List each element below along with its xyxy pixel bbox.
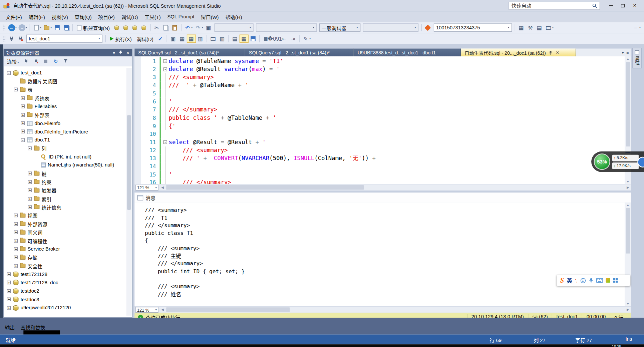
editor-zoom-combo[interactable]: 121 %▾ <box>135 185 158 190</box>
tree-item[interactable]: +testdoc3 <box>4 295 132 304</box>
debugger-combo[interactable]: 一般调试器▾ <box>319 23 360 32</box>
chevron-down-icon[interactable]: ▾ <box>113 50 115 55</box>
expand-toggle[interactable]: + <box>21 121 25 125</box>
window-layout-icon[interactable]: 🗔 <box>544 23 553 32</box>
number-combo[interactable]: 1001507313234375▾ <box>434 23 512 32</box>
toolbox-grid-icon[interactable] <box>613 278 618 283</box>
scroll-down-arrow[interactable]: ▼ <box>625 180 631 183</box>
close-icon[interactable]: ✕ <box>126 50 129 55</box>
code-line[interactable]: 13 /// ' + CONVERT(NVARCHAR(500), ISNULL… <box>141 154 625 162</box>
increase-indent-icon[interactable]: ⇥ <box>288 35 297 43</box>
tree-item[interactable]: +系统表 <box>4 94 132 102</box>
stop-icon[interactable] <box>42 58 49 64</box>
document-tab[interactable]: U9UBF8888.test_d...st_doc1 - dbo.t1 <box>354 49 461 56</box>
minimize-button[interactable] <box>605 1 617 10</box>
expand-toggle[interactable]: + <box>28 197 32 201</box>
menu-item[interactable]: 工具(T) <box>141 12 164 22</box>
expand-toggle[interactable]: + <box>7 289 11 293</box>
cut-icon[interactable]: ✂ <box>152 23 161 32</box>
decrease-indent-icon[interactable]: ⇤ <box>279 35 288 43</box>
close-button[interactable]: ✕ <box>629 1 641 10</box>
menu-item[interactable]: 编辑(E) <box>25 12 48 22</box>
tree-item[interactable]: +存储 <box>4 253 132 262</box>
expand-toggle[interactable]: - <box>28 146 32 150</box>
code-line[interactable]: 12 /// <summary> <box>141 146 625 154</box>
tree-item[interactable]: +u9erpwenlb201712120 <box>4 304 132 312</box>
template-parameters-icon[interactable]: ✎ <box>301 35 310 43</box>
code-line[interactable]: 16 /// </summary> <box>141 179 625 184</box>
navigate-forward-icon[interactable]: → <box>17 23 26 32</box>
expand-toggle[interactable]: + <box>28 180 32 184</box>
scroll-up-arrow[interactable]: ▲ <box>625 57 631 60</box>
scrollbar-thumb[interactable] <box>626 208 630 254</box>
tree-item[interactable]: +统计信息 <box>4 203 132 211</box>
fold-toggle[interactable]: - <box>164 67 167 71</box>
code-line[interactable]: 9{' <box>141 122 625 130</box>
disconnect-icon[interactable] <box>32 58 39 64</box>
new-query-button[interactable]: 新建查询(N) <box>74 23 112 32</box>
menu-item[interactable]: 查询(Q) <box>71 12 95 22</box>
toolbar-grip[interactable] <box>3 24 5 31</box>
expand-toggle[interactable]: - <box>14 88 18 91</box>
messages-vertical-scrollbar[interactable]: ▲ ▼ <box>625 203 631 306</box>
code-line[interactable]: 6' <box>141 98 625 106</box>
code-line[interactable]: 2-declare @Result varchar(max) = ' <box>141 65 625 73</box>
scroll-right-arrow[interactable]: ▶ <box>625 308 631 311</box>
toolbar-overflow-icon[interactable]: ≡ <box>631 23 640 32</box>
messages-zoom-combo[interactable]: 121 %▾ <box>135 307 158 312</box>
xmla-query-icon[interactable] <box>139 23 148 32</box>
tree-item[interactable]: +触发器 <box>4 186 132 195</box>
tree-item[interactable]: +test1721128_doc <box>4 279 132 287</box>
menu-item[interactable]: 调试(D) <box>118 12 141 22</box>
filter-icon[interactable] <box>62 58 69 64</box>
toolbar-combo-empty-2[interactable]: ▾ <box>256 23 317 32</box>
save-icon[interactable] <box>53 23 62 32</box>
keyboard-icon[interactable] <box>596 278 603 283</box>
tree-item[interactable]: +testdoc2 <box>4 287 132 295</box>
scroll-left-arrow[interactable]: ◀ <box>159 186 165 189</box>
dmx-query-icon[interactable] <box>130 23 139 32</box>
maximize-button[interactable] <box>617 1 629 10</box>
tree-item[interactable]: +安全性 <box>4 262 132 270</box>
expand-toggle[interactable]: + <box>7 298 11 301</box>
microphone-icon[interactable] <box>589 278 594 283</box>
document-tab[interactable]: 自动生表代码.sql - 20..._doc1 (sa (62))✕ <box>461 49 576 56</box>
tree-item[interactable]: +Service Broker <box>4 245 132 253</box>
expand-toggle[interactable]: + <box>21 113 25 117</box>
pin-icon[interactable] <box>549 50 553 54</box>
scrollbar-thumb[interactable] <box>166 185 364 190</box>
tree-item[interactable]: -test_doc1 <box>4 69 132 77</box>
tab-messages[interactable]: 消息 <box>146 194 156 201</box>
debug-button[interactable]: 调试(D) <box>134 34 156 43</box>
expand-toggle[interactable]: + <box>21 130 25 133</box>
tab-list-chevron-icon[interactable]: ▾ <box>622 50 624 55</box>
registered-servers-icon[interactable]: ▦ <box>517 23 526 32</box>
scroll-down-arrow[interactable]: ▼ <box>625 302 631 305</box>
actual-plan-icon[interactable]: ▦ <box>187 35 196 43</box>
tree-item[interactable]: 数据库关系图 <box>4 77 132 85</box>
expand-toggle[interactable]: + <box>14 222 18 226</box>
undo-icon[interactable]: ↶ <box>183 23 192 32</box>
code-line[interactable]: 11-select @Result = @Result + ' <box>141 138 625 146</box>
sql-editor[interactable]: 1-declare @TableName sysname = 'T1'2-dec… <box>134 56 631 184</box>
estimated-plan-icon[interactable]: ▦ <box>178 35 187 43</box>
tree-item[interactable]: +test1721128 <box>4 270 132 278</box>
results-to-text-icon[interactable]: ▤ <box>230 35 239 43</box>
ime-language-mode[interactable]: 英 <box>567 277 572 284</box>
expand-toggle[interactable]: + <box>28 205 32 209</box>
tree-item[interactable]: -dbo.T1 <box>4 136 132 144</box>
save-all-icon[interactable] <box>62 23 71 32</box>
open-file-icon[interactable] <box>42 23 51 32</box>
results-to-file-icon[interactable] <box>248 35 257 43</box>
tree-item[interactable]: +可编程性 <box>4 237 132 245</box>
expand-toggle[interactable]: + <box>14 231 18 234</box>
messages-pane[interactable]: /// <summary> /// T1 /// </summary> publ… <box>134 203 631 306</box>
tree-item[interactable]: +键 <box>4 169 132 178</box>
expand-toggle[interactable]: + <box>28 189 32 192</box>
autohide-tab-properties[interactable]: 属性 <box>632 48 641 68</box>
tree-item[interactable]: +同义词 <box>4 228 132 237</box>
intellisense-icon[interactable]: ▣ <box>169 35 178 43</box>
document-tab[interactable]: SQLQuery9.sql - 2...st_doc1 (sa (74))* <box>134 49 245 56</box>
toolbar-combo-empty-3[interactable]: ▾ <box>363 23 418 32</box>
menu-item[interactable]: 文件(F) <box>2 12 25 22</box>
